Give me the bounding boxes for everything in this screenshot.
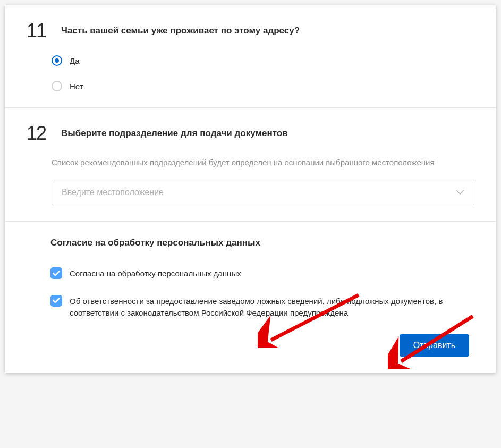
consent-title: Согласие на обработку персональных данны… [50,238,474,248]
section-12-content: Список рекомендованных подразделений буд… [27,158,474,205]
chevron-down-icon [456,190,464,195]
checkbox-item-2: Об ответственности за предоставление зав… [50,295,474,319]
submit-button[interactable]: Отправить [400,334,469,357]
location-select[interactable]: Введите местоположение [52,180,474,205]
checkbox-item-1: Согласна на обработку персональных данны… [50,267,474,280]
section-12-description: Список рекомендованных подразделений буд… [52,158,474,167]
section-12-header: 12 Выберите подразделение для подачи док… [27,124,474,143]
section-11-header: 11 Часть вашей семьи уже проживает по эт… [27,21,474,40]
section-11-number: 11 [27,21,50,40]
consent-section: Согласие на обработку персональных данны… [5,222,496,319]
section-11-title: Часть вашей семьи уже проживает по этому… [61,21,300,36]
section-11-content: Да Нет [27,55,474,91]
check-icon [53,298,60,303]
location-placeholder: Введите местоположение [62,188,456,197]
radio-yes[interactable]: Да [52,55,474,66]
radio-no-label: Нет [70,82,83,91]
radio-group-family: Да Нет [52,55,474,91]
section-12: 12 Выберите подразделение для подачи док… [5,108,496,221]
checkbox-consent-responsibility[interactable] [50,295,62,307]
section-11: 11 Часть вашей семьи уже проживает по эт… [5,5,496,107]
radio-yes-label: Да [70,56,80,65]
checkbox-consent-processing[interactable] [50,267,62,279]
checkbox-label-2: Об ответственности за предоставление зав… [70,295,474,319]
radio-no-circle [52,81,62,91]
button-row: Отправить [5,334,496,357]
checkbox-label-1: Согласна на обработку персональных данны… [70,267,241,280]
form-container: 11 Часть вашей семьи уже проживает по эт… [5,5,496,373]
radio-yes-circle [52,55,62,66]
section-12-title: Выберите подразделение для подачи докуме… [61,124,288,139]
radio-no[interactable]: Нет [52,81,474,91]
check-icon [53,271,60,276]
section-12-number: 12 [27,124,50,143]
